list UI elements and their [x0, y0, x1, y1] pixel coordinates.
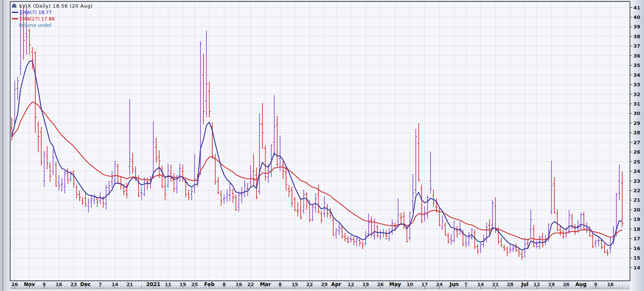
- svg-text:20: 20: [633, 207, 640, 213]
- svg-text:25: 25: [633, 159, 640, 165]
- ema7-line-swatch: [12, 12, 18, 13]
- svg-text:28: 28: [633, 130, 640, 135]
- svg-text:26: 26: [563, 282, 570, 287]
- svg-text:8: 8: [278, 282, 282, 287]
- svg-text:10: 10: [406, 282, 413, 287]
- chart-legend: $VIX (Daily) 18.56 (20 Aug) EMA(7) 18.77…: [12, 3, 93, 28]
- svg-text:30: 30: [633, 110, 640, 116]
- svg-text:39: 39: [633, 24, 640, 30]
- svg-text:29: 29: [321, 282, 328, 287]
- svg-text:15: 15: [292, 282, 298, 287]
- svg-text:11: 11: [165, 282, 171, 287]
- svg-text:16: 16: [56, 282, 63, 287]
- svg-text:Feb: Feb: [204, 281, 215, 287]
- svg-text:16: 16: [633, 246, 640, 251]
- svg-text:33: 33: [633, 82, 640, 87]
- stockchart-window: 1415161718192021222324252627282930313233…: [0, 0, 644, 291]
- svg-text:22: 22: [633, 188, 640, 193]
- svg-text:32: 32: [633, 92, 640, 97]
- svg-text:2021: 2021: [146, 281, 161, 287]
- svg-text:19: 19: [180, 282, 186, 287]
- plot-area: [10, 2, 630, 281]
- volume-label: Volume undef: [19, 22, 51, 28]
- ema7-legend-row: EMA(7) 18.77: [12, 9, 93, 16]
- chart-title: $VIX (Daily) 18.56 (20 Aug): [19, 3, 93, 9]
- svg-text:16: 16: [236, 282, 242, 287]
- svg-text:23: 23: [70, 282, 77, 287]
- svg-text:18: 18: [633, 226, 640, 232]
- volume-histogram-icon: [12, 23, 17, 28]
- svg-text:29: 29: [633, 120, 640, 126]
- svg-text:26: 26: [633, 149, 640, 155]
- svg-text:35: 35: [633, 62, 640, 68]
- svg-text:7: 7: [98, 282, 102, 287]
- svg-text:Jul: Jul: [521, 281, 528, 287]
- svg-text:21: 21: [492, 282, 499, 287]
- svg-text:19: 19: [633, 216, 640, 222]
- svg-text:24: 24: [633, 168, 640, 174]
- svg-text:12: 12: [533, 282, 540, 287]
- svg-text:17: 17: [421, 282, 428, 287]
- svg-text:22: 22: [306, 282, 313, 287]
- svg-text:26: 26: [11, 282, 18, 287]
- svg-text:Jun: Jun: [449, 281, 459, 287]
- svg-text:8: 8: [222, 282, 226, 287]
- svg-text:12: 12: [348, 282, 354, 287]
- svg-text:19: 19: [362, 282, 369, 287]
- svg-text:14: 14: [477, 282, 484, 287]
- svg-text:Nov: Nov: [24, 281, 35, 287]
- svg-text:21: 21: [633, 197, 640, 203]
- svg-text:17: 17: [633, 236, 640, 241]
- svg-text:Apr: Apr: [331, 281, 341, 287]
- price-chart: 1415161718192021222324252627282930313233…: [0, 0, 644, 291]
- svg-text:41: 41: [633, 5, 640, 11]
- svg-text:14: 14: [633, 265, 640, 271]
- svg-text:7: 7: [464, 282, 468, 287]
- svg-text:9: 9: [594, 282, 597, 287]
- svg-text:Mar: Mar: [260, 281, 271, 287]
- ema27-line-swatch: [12, 18, 18, 19]
- svg-text:16: 16: [607, 282, 614, 287]
- svg-text:23: 23: [633, 178, 640, 184]
- ema27-label: EMA(27) 17.86: [20, 16, 55, 22]
- svg-text:19: 19: [548, 282, 555, 287]
- svg-text:24: 24: [436, 282, 443, 287]
- svg-text:May: May: [389, 281, 401, 287]
- svg-text:Dec: Dec: [80, 281, 91, 287]
- svg-text:15: 15: [633, 255, 640, 261]
- svg-text:26: 26: [377, 282, 384, 287]
- svg-text:34: 34: [633, 72, 640, 78]
- volume-legend-row: Volume undef: [12, 22, 93, 28]
- ema7-label: EMA(7) 18.77: [20, 9, 52, 16]
- ema27-legend-row: EMA(27) 17.86: [12, 16, 93, 22]
- svg-text:27: 27: [633, 140, 640, 145]
- symbol-row: $VIX (Daily) 18.56 (20 Aug): [12, 3, 93, 9]
- svg-text:37: 37: [633, 43, 640, 49]
- svg-text:38: 38: [633, 34, 640, 39]
- svg-text:25: 25: [191, 282, 198, 287]
- svg-text:36: 36: [633, 53, 640, 59]
- svg-text:9: 9: [42, 282, 46, 287]
- svg-text:28: 28: [507, 282, 513, 287]
- svg-text:22: 22: [247, 282, 254, 287]
- svg-text:40: 40: [633, 14, 640, 20]
- svg-text:31: 31: [633, 101, 640, 107]
- svg-text:21: 21: [127, 282, 133, 287]
- svg-text:14: 14: [112, 282, 119, 287]
- svg-text:Aug: Aug: [575, 281, 587, 287]
